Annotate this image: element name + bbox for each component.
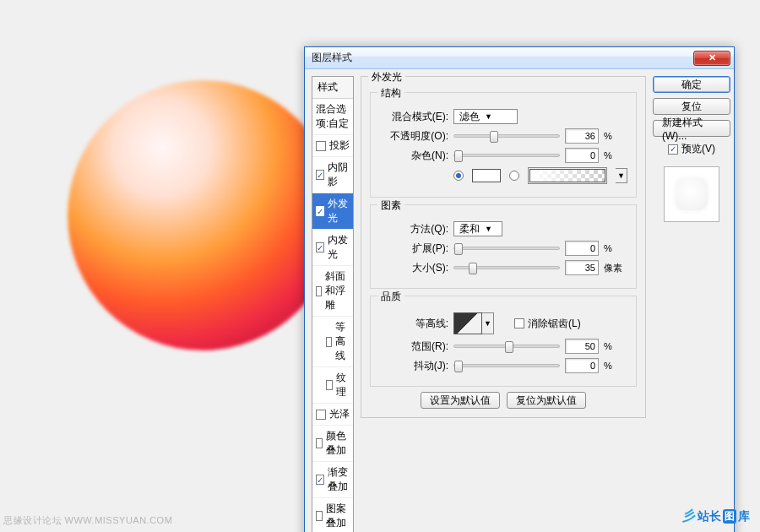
brand-badge-icon: 图 [723,509,736,524]
wing-icon: 彡 [682,508,696,525]
preview-thumbnail [664,166,719,222]
contour-swatch[interactable] [453,312,482,334]
dialog-title: 图层样式 [312,51,352,65]
glow-gradient-swatch[interactable] [528,167,607,184]
style-label: 内阴影 [328,160,350,189]
close-icon: ✕ [708,52,716,63]
style-label: 光泽 [329,407,350,421]
footer-brand: 彡 站长 图 库 [682,508,750,525]
range-field[interactable]: 50 [565,339,599,354]
style-label: 颜色叠加 [326,429,350,458]
styles-list: 样式 混合选项:自定投影✓内阴影✓外发光✓内发光斜面和浮雕等高线纹理光泽颜色叠加… [312,76,354,532]
panel-title: 外发光 [368,70,405,84]
close-button[interactable]: ✕ [693,51,730,66]
style-row-10[interactable]: ✓渐变叠加 [312,462,353,498]
color-radio[interactable] [453,171,464,181]
antialias-checkbox[interactable]: 消除锯齿(L) [514,317,581,331]
contour-dropdown-button[interactable]: ▼ [482,312,494,334]
style-checkbox[interactable] [316,438,323,448]
style-row-3[interactable]: ✓外发光 [312,193,353,230]
reset-default-button[interactable]: 复位为默认值 [507,392,586,409]
technique-dropdown[interactable]: 柔和 ▼ [453,221,502,236]
style-row-9[interactable]: 颜色叠加 [312,426,353,462]
new-style-button[interactable]: 新建样式(W)... [653,120,730,137]
blend-mode-dropdown[interactable]: 滤色 ▼ [453,109,518,124]
style-row-2[interactable]: ✓内阴影 [312,157,353,193]
style-checkbox[interactable] [326,337,332,347]
jitter-label: 抖动(J): [379,359,448,373]
style-label: 外发光 [328,197,350,225]
jitter-slider[interactable] [453,364,560,367]
make-default-button[interactable]: 设置为默认值 [421,392,500,409]
quality-title: 品质 [377,290,404,304]
styles-header[interactable]: 样式 [312,77,353,99]
quality-group: 品质 等高线: ▼ 消除锯齿(L) 范围 [370,296,637,387]
elements-group: 图素 方法(Q): 柔和 ▼ 扩展(P): 0 % [370,204,637,289]
style-checkbox[interactable] [316,410,326,420]
style-checkbox[interactable]: ✓ [316,206,324,216]
style-row-1[interactable]: 投影 [312,135,353,157]
style-label: 斜面和浮雕 [325,269,350,312]
style-row-4[interactable]: ✓内发光 [312,230,353,266]
size-label: 大小(S): [379,261,448,275]
gradient-radio[interactable] [509,171,519,181]
size-unit: 像素 [604,262,627,274]
antialias-label: 消除锯齿(L) [528,317,581,331]
style-row-8[interactable]: 光泽 [312,404,353,426]
opacity-field[interactable]: 36 [565,128,599,144]
style-row-5[interactable]: 斜面和浮雕 [312,266,353,317]
style-row-7[interactable]: 纹理 [312,367,353,404]
style-checkbox[interactable]: ✓ [316,475,324,485]
style-label: 内发光 [328,233,350,262]
technique-label: 方法(Q): [379,222,448,236]
jitter-unit: % [604,361,627,371]
structure-group: 结构 混合模式(E): 滤色 ▼ 不透明度(O): 36 % [370,92,637,198]
style-label: 图案叠加 [326,502,350,530]
opacity-label: 不透明度(O): [379,129,448,144]
preview-checkbox[interactable]: ✓ 预览(V) [668,142,715,156]
style-checkbox[interactable] [316,286,322,296]
glow-color-swatch[interactable] [472,169,501,182]
opacity-slider[interactable] [453,134,560,138]
spread-label: 扩展(P): [379,242,448,256]
range-unit: % [604,341,627,351]
style-label: 纹理 [336,371,350,399]
noise-unit: % [604,150,627,160]
style-checkbox[interactable] [326,380,333,390]
cancel-button[interactable]: 复位 [653,98,730,115]
structure-title: 结构 [377,86,404,100]
range-label: 范围(R): [379,339,448,354]
style-checkbox[interactable] [316,511,323,521]
style-row-6[interactable]: 等高线 [312,317,353,367]
blend-mode-label: 混合模式(E): [379,110,448,124]
style-row-11[interactable]: 图案叠加 [312,498,353,532]
contour-label: 等高线: [379,317,448,331]
opacity-unit: % [604,131,627,141]
spread-unit: % [604,243,627,253]
size-field[interactable]: 35 [565,260,599,275]
dialog-titlebar[interactable]: 图层样式 ✕ [305,47,734,69]
style-label: 投影 [329,138,350,153]
preview-shape [676,178,708,210]
elements-title: 图素 [377,198,404,213]
style-row-0[interactable]: 混合选项:自定 [312,99,353,135]
spread-slider[interactable] [453,247,560,250]
preview-label: 预览(V) [681,142,715,156]
style-label: 渐变叠加 [328,465,350,494]
jitter-field[interactable]: 0 [565,358,599,373]
gradient-dropdown-button[interactable]: ▼ [616,168,627,183]
style-checkbox[interactable] [316,141,326,151]
noise-label: 杂色(N): [379,149,448,163]
range-slider[interactable] [453,345,560,348]
size-slider[interactable] [453,266,560,269]
ok-button[interactable]: 确定 [653,76,730,93]
spread-field[interactable]: 0 [565,241,599,256]
outer-glow-panel: 外发光 结构 混合模式(E): 滤色 ▼ 不透明度(O): 36 [361,76,646,418]
style-checkbox[interactable]: ✓ [316,170,324,180]
chevron-down-icon: ▼ [485,225,492,233]
noise-field[interactable]: 0 [565,148,599,163]
style-label: 混合选项:自定 [316,102,350,131]
gradient-sphere [68,80,338,350]
noise-slider[interactable] [453,154,560,157]
style-checkbox[interactable]: ✓ [316,242,324,252]
